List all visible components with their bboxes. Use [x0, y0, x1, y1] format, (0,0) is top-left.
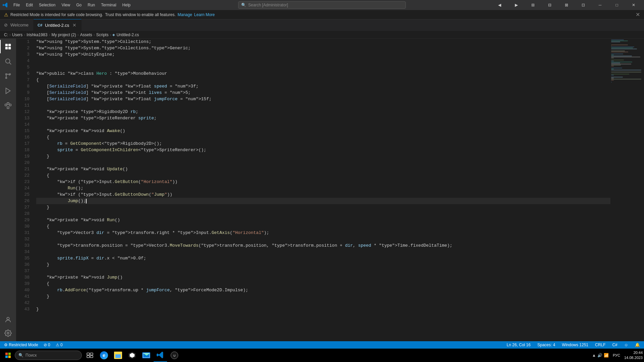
breadcrumb-file: ◈ Untitled-2.cs: [112, 33, 139, 37]
svg-point-6: [6, 74, 7, 75]
eol-status[interactable]: CRLF: [594, 341, 607, 349]
svg-text:U: U: [173, 354, 175, 357]
tab-cs-icon: C#: [38, 23, 42, 27]
menu-go[interactable]: Go: [73, 2, 84, 8]
taskbar-search-placeholder: Поиск: [25, 353, 37, 358]
taskbar-mail[interactable]: [140, 349, 153, 362]
tab-welcome-label: Welcome: [10, 22, 29, 27]
explorer-icon[interactable]: [1, 40, 15, 53]
taskbar-task-view[interactable]: [83, 349, 97, 362]
source-control-icon[interactable]: [1, 69, 15, 83]
warnings-status[interactable]: ⚠ 0: [54, 341, 64, 349]
breadcrumb-scripts[interactable]: Scripts: [96, 33, 109, 37]
banner-trust-text: Trust this window to enable all features…: [105, 12, 175, 17]
restricted-mode-label: ⚙ Restricted Mode: [4, 343, 38, 347]
svg-point-14: [7, 317, 9, 320]
minimap: [610, 39, 644, 341]
code-content[interactable]: "kw">using "type">System."type">Collecti…: [33, 39, 610, 341]
close-button[interactable]: ✕: [626, 0, 641, 10]
taskbar-clock[interactable]: 20:44 14.08.2023: [624, 350, 643, 361]
vscode-icon: [3, 2, 8, 8]
breadcrumb-project[interactable]: My project (2): [51, 33, 76, 37]
learn-more-link[interactable]: Learn More: [194, 12, 215, 17]
menu-run[interactable]: Run: [85, 2, 98, 8]
tab-untitled-label: Untitled-2.cs: [45, 23, 69, 28]
menu-file[interactable]: File: [11, 2, 22, 8]
extensions-icon[interactable]: [1, 99, 15, 112]
restricted-mode-banner: ⚠ Restricted Mode is intended for safe c…: [0, 10, 644, 19]
spaces-status[interactable]: Spaces: 4: [536, 341, 556, 349]
eol-label: CRLF: [595, 343, 605, 347]
taskbar-unity2[interactable]: U: [168, 349, 181, 362]
errors-status[interactable]: ⊘ 0: [42, 341, 52, 349]
taskbar-vscode[interactable]: [154, 349, 167, 362]
svg-rect-13: [7, 107, 9, 109]
search-bar[interactable]: 🔍 Search [Administrator]: [238, 1, 406, 9]
line-numbers: 1234567891011121314151617181920212223242…: [16, 39, 33, 341]
breadcrumb-assets[interactable]: Assets: [80, 33, 92, 37]
svg-rect-12: [7, 103, 9, 105]
svg-rect-18: [5, 356, 8, 358]
nav-back[interactable]: ◀: [492, 0, 507, 10]
nav-forward[interactable]: ▶: [508, 0, 524, 10]
tab-welcome-icon: ⊘: [4, 22, 8, 27]
menu-edit[interactable]: Edit: [23, 2, 36, 8]
breadcrumb-user[interactable]: Irishka1983: [26, 33, 47, 37]
start-button[interactable]: [1, 349, 15, 362]
banner-close-button[interactable]: ✕: [636, 11, 640, 18]
taskbar-lang[interactable]: РУС: [611, 352, 622, 359]
taskbar-explorer[interactable]: [111, 349, 125, 362]
maximize-button[interactable]: □: [609, 0, 625, 10]
bell-icon: 🔔: [635, 343, 640, 347]
language-label: C#: [612, 343, 617, 347]
menu-selection[interactable]: Selection: [36, 2, 58, 8]
taskbar-search[interactable]: 🔍 Поиск: [15, 351, 82, 360]
taskbar-browser[interactable]: e: [97, 349, 111, 362]
activity-bar: [0, 39, 16, 341]
tab-untitled-2[interactable]: C# Untitled-2.cs ✕: [34, 19, 82, 31]
breadcrumb: C: › Users › Irishka1983 › My project (2…: [0, 31, 644, 39]
spaces-label: Spaces: 4: [537, 343, 555, 347]
debug-icon[interactable]: [1, 84, 15, 98]
taskbar-unity[interactable]: [125, 349, 139, 362]
layout-btn[interactable]: ⊞: [525, 0, 541, 10]
minimize-button[interactable]: ─: [592, 0, 608, 10]
svg-point-7: [6, 77, 7, 79]
layout-btn4[interactable]: ⊡: [576, 0, 591, 10]
tab-close-btn[interactable]: ✕: [72, 22, 77, 28]
menu-view[interactable]: View: [59, 2, 73, 8]
settings-icon[interactable]: [1, 326, 15, 340]
bell-status[interactable]: 🔔: [634, 341, 641, 349]
svg-rect-1: [8, 44, 11, 46]
svg-rect-22: [87, 356, 90, 358]
svg-rect-21: [90, 353, 93, 355]
svg-point-4: [6, 59, 10, 63]
status-bar: ⚙ Restricted Mode ⊘ 0 ⚠ 0 Ln 26, Col 16 …: [0, 341, 644, 349]
encoding-status[interactable]: Windows 1251: [560, 341, 590, 349]
svg-rect-17: [8, 353, 11, 355]
warnings-label: ⚠ 0: [56, 343, 63, 347]
taskbar-tray: ▲ 🔊 📶: [592, 353, 609, 358]
menu-terminal[interactable]: Terminal: [98, 2, 119, 8]
breadcrumb-users[interactable]: Users: [12, 33, 22, 37]
svg-rect-0: [5, 44, 8, 46]
tab-welcome[interactable]: ⊘ Welcome: [0, 19, 34, 31]
ln-col-status[interactable]: Ln 26, Col 16: [505, 341, 532, 349]
layout-btn2[interactable]: ⊟: [542, 0, 557, 10]
restricted-mode-status[interactable]: ⚙ Restricted Mode: [3, 341, 40, 349]
encoding-label: Windows 1251: [562, 343, 588, 347]
layout-btn3[interactable]: ⊠: [559, 0, 574, 10]
breadcrumb-c[interactable]: C:: [4, 33, 8, 37]
editor-area: 1234567891011121314151617181920212223242…: [16, 39, 644, 341]
language-status[interactable]: C#: [611, 341, 619, 349]
svg-rect-19: [8, 356, 11, 358]
svg-point-15: [7, 332, 9, 334]
feedback-status[interactable]: ☺: [623, 341, 630, 349]
tab-bar: ⊘ Welcome C# Untitled-2.cs ✕: [0, 19, 644, 31]
search-activity-icon[interactable]: [1, 55, 15, 68]
file-icon: ◈: [112, 33, 115, 37]
menu-help[interactable]: Help: [120, 2, 133, 8]
manage-link[interactable]: Manage: [177, 12, 192, 17]
svg-rect-10: [5, 104, 7, 106]
account-icon[interactable]: [1, 313, 15, 326]
